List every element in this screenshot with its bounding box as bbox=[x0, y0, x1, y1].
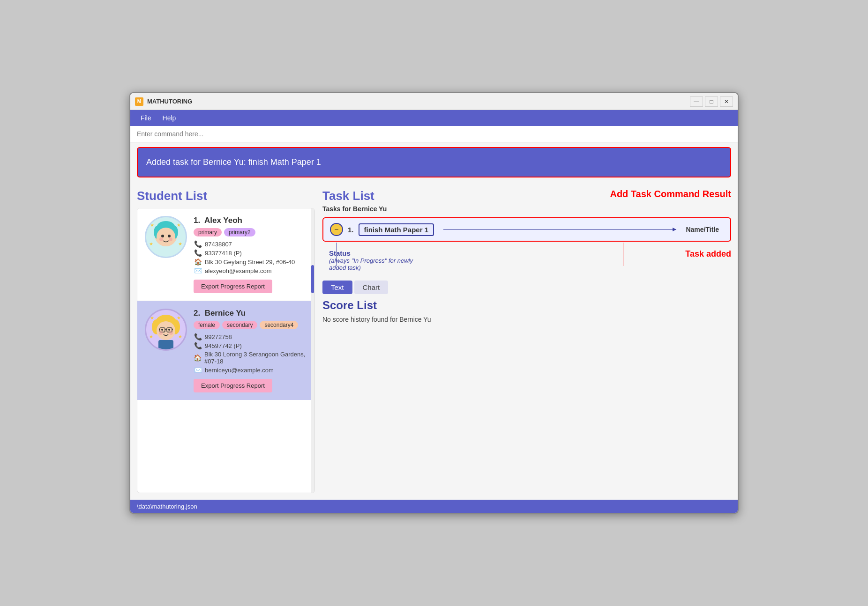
email-bernice: ✉️ berniceyu@example.com bbox=[194, 366, 307, 374]
status-bar: \data\mathutoring.json bbox=[130, 500, 738, 513]
svg-text:★: ★ bbox=[178, 334, 182, 339]
score-section-title: Score List bbox=[322, 299, 731, 312]
scrollbar[interactable] bbox=[311, 208, 314, 493]
status-label: Status bbox=[329, 249, 423, 257]
task-status-icon: − bbox=[330, 223, 343, 236]
menu-file[interactable]: File bbox=[135, 112, 157, 124]
student-list: ★ ★ ★ ★ 1. Alex Yeoh primary primary2 bbox=[137, 208, 315, 493]
status-annotation-block: Status (always "In Progress" for newly a… bbox=[329, 249, 423, 271]
task-panel: Task List Add Task Command Result Tasks … bbox=[322, 182, 731, 493]
title-bar: M MATHUTORING — □ ✕ bbox=[130, 93, 738, 110]
task-list-title: Task List bbox=[322, 189, 374, 203]
scrollbar-thumb bbox=[311, 265, 314, 293]
phone1-alex: 📞 87438807 bbox=[194, 240, 307, 248]
tags-bernice: female secondary secondary4 bbox=[194, 321, 307, 329]
tabs-container: Text Chart Score List No score history f… bbox=[322, 281, 731, 323]
command-bar bbox=[130, 126, 738, 142]
student-list-title: Student List bbox=[137, 182, 315, 208]
result-banner: Added task for Bernice Yu: finish Math P… bbox=[137, 147, 731, 177]
address-alex: 🏠 Blk 30 Geylang Street 29, #06-40 bbox=[194, 258, 307, 266]
phone2-bernice: 📞 94597742 (P) bbox=[194, 342, 307, 349]
task-added-block: Task added bbox=[685, 249, 731, 259]
menu-help[interactable]: Help bbox=[157, 112, 182, 124]
svg-text:★: ★ bbox=[177, 315, 181, 320]
email-icon: ✉️ bbox=[194, 267, 202, 274]
tags-alex: primary primary2 bbox=[194, 228, 307, 236]
student-card-bernice[interactable]: ★ ★ ★ ★ 2. Bernice Yu female secondary bbox=[137, 301, 314, 400]
close-button[interactable]: ✕ bbox=[720, 96, 733, 107]
address-icon-b: 🏠 bbox=[194, 354, 202, 362]
svg-point-18 bbox=[157, 321, 175, 340]
add-task-result-label: Add Task Command Result bbox=[610, 189, 731, 200]
tab-chart[interactable]: Chart bbox=[354, 281, 389, 294]
task-name: finish Math Paper 1 bbox=[359, 223, 434, 236]
export-btn-bernice[interactable]: Export Progress Report bbox=[194, 379, 272, 392]
svg-point-6 bbox=[161, 235, 164, 237]
svg-text:★: ★ bbox=[178, 241, 182, 246]
svg-point-26 bbox=[159, 331, 163, 335]
svg-point-25 bbox=[168, 329, 170, 331]
task-section: − 1. finish Math Paper 1 Name/Title bbox=[322, 217, 731, 271]
email-icon-b: ✉️ bbox=[194, 366, 202, 374]
svg-point-5 bbox=[157, 228, 175, 246]
svg-point-27 bbox=[169, 331, 173, 335]
svg-point-8 bbox=[159, 237, 163, 241]
student-card-alex[interactable]: ★ ★ ★ ★ 1. Alex Yeoh primary primary2 bbox=[137, 208, 314, 301]
app-window: M MATHUTORING — □ ✕ File Help Added task… bbox=[129, 92, 739, 514]
tag-primary: primary bbox=[194, 228, 222, 236]
svg-text:★: ★ bbox=[149, 241, 153, 246]
no-score-text: No score history found for Bernice Yu bbox=[322, 316, 731, 323]
svg-point-7 bbox=[168, 235, 171, 237]
tab-bar: Text Chart bbox=[322, 281, 731, 294]
svg-text:★: ★ bbox=[150, 222, 154, 228]
phone2-alex: 📞 93377418 (P) bbox=[194, 249, 307, 257]
address-icon: 🏠 bbox=[194, 258, 202, 266]
svg-point-9 bbox=[169, 237, 172, 241]
phone2-icon: 📞 bbox=[194, 249, 202, 257]
export-btn-alex[interactable]: Export Progress Report bbox=[194, 280, 272, 293]
app-title: MATHUTORING bbox=[147, 98, 690, 105]
student-name-alex: 1. Alex Yeoh bbox=[194, 216, 307, 225]
window-controls: — □ ✕ bbox=[690, 96, 733, 107]
avatar-alex: ★ ★ ★ ★ bbox=[145, 216, 187, 258]
task-added-label: Task added bbox=[685, 249, 731, 259]
status-sublabel: (always "In Progress" for newly added ta… bbox=[329, 257, 423, 271]
email-alex: ✉️ alexyeoh@example.com bbox=[194, 267, 307, 274]
address-bernice: 🏠 Blk 30 Lorong 3 Serangoon Gardens, #07… bbox=[194, 351, 307, 365]
main-content: Student List bbox=[130, 182, 738, 500]
phone2-icon-b: 📞 bbox=[194, 342, 202, 349]
command-input[interactable] bbox=[137, 130, 731, 138]
avatar-bernice: ★ ★ ★ ★ bbox=[145, 309, 187, 351]
maximize-button[interactable]: □ bbox=[705, 96, 718, 107]
task-number: 1. bbox=[348, 226, 354, 234]
svg-text:★: ★ bbox=[149, 334, 153, 339]
student-panel: Student List bbox=[137, 182, 315, 493]
minimize-button[interactable]: — bbox=[690, 96, 703, 107]
phone-icon-b: 📞 bbox=[194, 333, 202, 340]
task-subtitle: Tasks for Bernice Yu bbox=[322, 205, 731, 213]
status-bar-text: \data\mathutoring.json bbox=[137, 503, 197, 510]
student-info-bernice: 2. Bernice Yu female secondary secondary… bbox=[194, 309, 307, 392]
result-banner-text: Added task for Bernice Yu: finish Math P… bbox=[146, 157, 321, 167]
svg-point-24 bbox=[161, 329, 163, 331]
annotation-line bbox=[443, 229, 676, 230]
app-icon: M bbox=[135, 97, 143, 106]
student-info-alex: 1. Alex Yeoh primary primary2 📞 87438807… bbox=[194, 216, 307, 293]
task-annotations: Status (always "In Progress" for newly a… bbox=[322, 249, 731, 271]
tag-secondary4: secondary4 bbox=[260, 321, 298, 329]
menu-bar: File Help bbox=[130, 110, 738, 126]
student-name-bernice: 2. Bernice Yu bbox=[194, 309, 307, 318]
svg-rect-28 bbox=[158, 340, 173, 349]
svg-text:★: ★ bbox=[150, 315, 154, 320]
phone-icon: 📞 bbox=[194, 240, 202, 248]
svg-text:★: ★ bbox=[177, 222, 181, 228]
phone1-bernice: 📞 99272758 bbox=[194, 333, 307, 340]
task-header: Task List Add Task Command Result bbox=[322, 182, 731, 205]
tag-female: female bbox=[194, 321, 220, 329]
tab-text[interactable]: Text bbox=[322, 281, 352, 294]
tag-primary2: primary2 bbox=[224, 228, 255, 236]
task-item: − 1. finish Math Paper 1 Name/Title bbox=[322, 217, 731, 242]
tag-secondary: secondary bbox=[222, 321, 257, 329]
name-title-annotation: Name/Title bbox=[686, 226, 719, 233]
